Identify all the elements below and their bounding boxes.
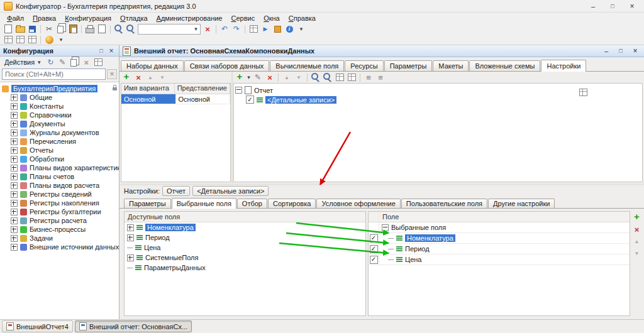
forward-icon[interactable] <box>231 24 242 34</box>
breakpoint-icon[interactable] <box>272 24 283 34</box>
expand-icon[interactable] <box>11 121 18 128</box>
expand-icon[interactable] <box>11 217 18 224</box>
quick-search-combo[interactable] <box>138 24 201 35</box>
sidebar-item-business-processes[interactable]: Бизнес-процессы <box>2 225 119 234</box>
start-enterprise-icon[interactable] <box>43 35 55 45</box>
expand-icon[interactable] <box>127 224 134 231</box>
add-variant-icon[interactable] <box>121 72 132 82</box>
selected-field-row[interactable]: Период <box>369 244 630 254</box>
preview-icon[interactable] <box>322 72 333 82</box>
minimize-icon[interactable] <box>585 1 601 12</box>
available-field-row[interactable]: Номенклатура <box>125 222 365 232</box>
tab-templates[interactable]: Макеты <box>433 60 469 71</box>
sidebar-item-documents[interactable]: Документы <box>2 119 119 128</box>
expand-icon[interactable] <box>11 200 18 207</box>
find-icon[interactable] <box>113 24 125 34</box>
delete-element-icon[interactable] <box>264 72 275 82</box>
menu-debug[interactable]: Отладка <box>116 14 152 23</box>
database-configuration-icon[interactable] <box>26 35 38 45</box>
sidebar-item-data-processors[interactable]: Обработки <box>2 155 119 163</box>
tab-user-fields[interactable]: Пользовательские поля <box>401 199 487 208</box>
table-row[interactable]: Основной Основной <box>121 94 230 104</box>
expand-icon[interactable] <box>11 235 18 242</box>
expand-icon[interactable] <box>127 234 134 241</box>
expand-icon[interactable] <box>11 173 18 180</box>
expand-icon[interactable] <box>11 209 18 216</box>
panel-close-icon[interactable] <box>107 46 116 55</box>
expand-icon[interactable] <box>11 244 18 251</box>
selected-fields-group-row[interactable]: Выбранные поля <box>369 222 630 233</box>
available-field-row[interactable]: СистемныеПоля <box>125 253 365 263</box>
menu-help[interactable]: Справка <box>284 14 320 23</box>
doc-minimize-icon[interactable] <box>601 46 612 55</box>
checkbox[interactable] <box>246 96 254 104</box>
doc-restore-icon[interactable] <box>615 46 626 55</box>
syntax-check-icon[interactable] <box>248 24 259 34</box>
tree-root-row[interactable]: БухгалтерияПредприятия <box>2 84 119 93</box>
tab-data-sets[interactable]: Наборы данных <box>121 60 184 71</box>
chevron-down-icon[interactable] <box>192 24 200 34</box>
expand-icon[interactable] <box>11 129 18 136</box>
refresh-icon[interactable] <box>45 57 56 67</box>
expand-icon[interactable] <box>11 156 18 163</box>
compare-configuration-icon[interactable] <box>14 35 26 45</box>
tab-parameters[interactable]: Параметры <box>384 60 433 71</box>
expand-icon[interactable] <box>11 147 18 154</box>
column-variant-name[interactable]: Имя варианта <box>121 84 175 94</box>
toolbar-options-icon[interactable] <box>296 24 307 34</box>
collapse-icon[interactable] <box>382 224 389 231</box>
clear-search-icon[interactable] <box>107 69 117 79</box>
start-debugging-icon[interactable] <box>260 24 271 34</box>
close-icon[interactable] <box>624 1 640 12</box>
expand-icon[interactable] <box>127 254 134 261</box>
layout-icon[interactable] <box>334 72 345 82</box>
sidebar-item-chart-of-accounts[interactable]: Планы счетов <box>2 172 119 181</box>
toolbar-options-icon[interactable] <box>55 35 67 45</box>
tab-resources[interactable]: Ресурсы <box>345 60 383 71</box>
sidebar-item-reports[interactable]: Отчеты <box>2 146 119 155</box>
actions-button[interactable]: Действия <box>2 57 44 67</box>
clear-search-icon[interactable] <box>202 24 213 34</box>
available-field-row[interactable]: Период <box>125 232 365 243</box>
expand-icon[interactable] <box>11 182 18 189</box>
delete-icon[interactable] <box>80 57 92 67</box>
delete-field-icon[interactable] <box>631 224 643 234</box>
find-icon[interactable] <box>310 72 321 82</box>
chevron-down-icon[interactable] <box>246 72 252 82</box>
available-field-row[interactable]: ПараметрыДанных <box>125 263 365 273</box>
copy-icon[interactable] <box>69 57 80 67</box>
expand-icon[interactable] <box>11 138 18 145</box>
doc-close-icon[interactable] <box>630 46 641 55</box>
sidebar-item-external-data-sources[interactable]: Внешние источники данных <box>2 243 119 251</box>
back-icon[interactable] <box>219 24 230 34</box>
variant-presentation-cell[interactable]: Основной <box>176 94 231 104</box>
move-up-icon[interactable] <box>145 72 156 82</box>
expand-icon[interactable] <box>11 103 18 110</box>
tab-data-set-links[interactable]: Связи наборов данных <box>184 60 270 71</box>
find-next-icon[interactable] <box>125 24 136 34</box>
tab-nested-schemas[interactable]: Вложенные схемы <box>469 60 540 71</box>
tree-view-icon[interactable] <box>375 72 386 82</box>
expand-icon[interactable] <box>11 112 18 119</box>
add-field-icon[interactable] <box>631 212 643 222</box>
sidebar-item-document-journals[interactable]: Журналы документов <box>2 128 119 137</box>
available-field-row[interactable]: Цена <box>125 243 365 253</box>
tab-filter[interactable]: Отбор <box>237 199 267 208</box>
checkbox[interactable] <box>370 256 378 264</box>
expand-icon[interactable] <box>11 165 18 172</box>
tab-selected-fields[interactable]: Выбранные поля <box>172 198 236 209</box>
configuration-window-icon[interactable] <box>3 35 14 45</box>
copy-icon[interactable] <box>55 24 67 34</box>
move-down-icon[interactable] <box>157 72 168 82</box>
sidebar-item-tasks[interactable]: Задачи <box>2 234 119 243</box>
open-icon[interactable] <box>14 24 26 34</box>
tab-settings[interactable]: Настройки <box>541 60 586 72</box>
sidebar-item-catalogs[interactable]: Справочники <box>2 111 119 119</box>
move-down-icon[interactable] <box>293 72 304 82</box>
sidebar-item-constants[interactable]: Константы <box>2 102 119 111</box>
expand-icon[interactable] <box>11 191 18 198</box>
config-search-input[interactable] <box>2 68 106 80</box>
column-presentation[interactable]: Представление <box>175 84 230 94</box>
sidebar-item-information-registers[interactable]: Регистры сведений <box>2 190 119 199</box>
tab-calculated-fields[interactable]: Вычисляемые поля <box>270 60 344 71</box>
